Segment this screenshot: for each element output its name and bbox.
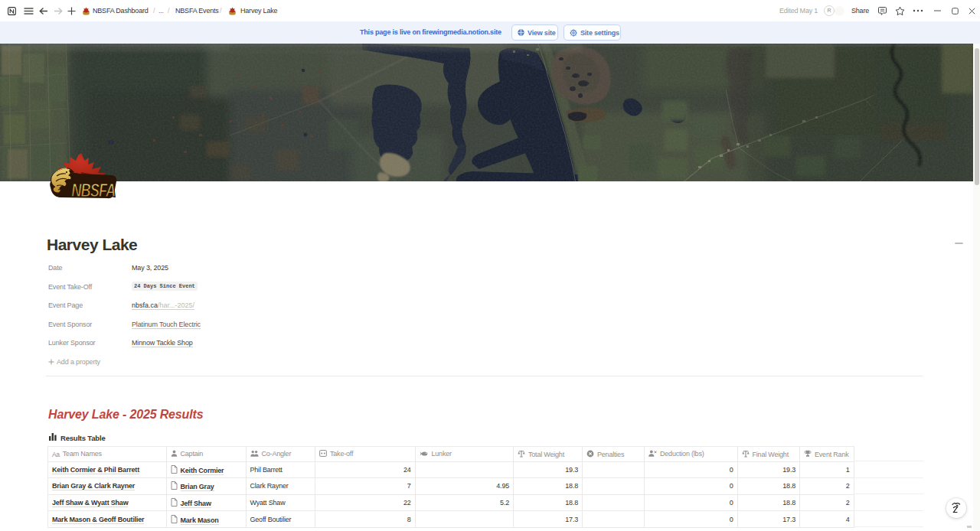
svg-text:NBSFA: NBSFA — [71, 181, 115, 201]
